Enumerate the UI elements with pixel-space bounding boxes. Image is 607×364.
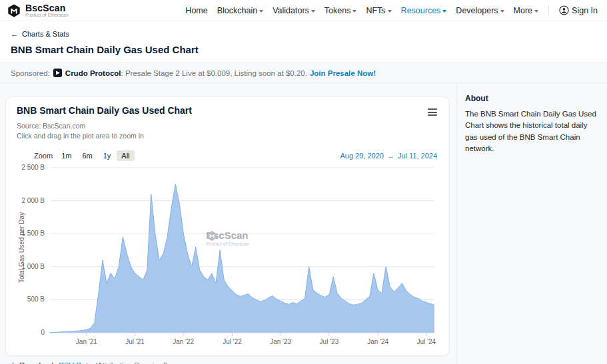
breadcrumb-back[interactable]: ← Charts & Stats	[11, 30, 69, 38]
sponsored-label: Sponsored:	[11, 69, 50, 77]
nav-home[interactable]: Home	[185, 6, 207, 15]
sponsored-cta-link[interactable]: Join Presale Now!	[310, 69, 376, 77]
x-tick-label: Jan '24	[367, 338, 388, 345]
x-tick-label: Jul '21	[125, 338, 145, 345]
y-tick-label: 1 000 B	[22, 263, 45, 270]
about-title: About	[465, 94, 596, 103]
sponsored-advertiser-link[interactable]: Crudo Protocol	[65, 69, 121, 77]
back-arrow-icon: ←	[11, 30, 19, 38]
gas-used-area-series	[50, 184, 434, 333]
download-label: Download:	[19, 361, 55, 364]
about-panel: About The BNB Smart Chain Daily Gas Used…	[456, 83, 607, 364]
chart-source: Source: BscScan.com	[17, 121, 438, 131]
chevron-down-icon	[388, 10, 392, 13]
x-tick-label: Jul '22	[223, 338, 242, 345]
chart-context-menu-button[interactable]	[426, 105, 438, 119]
y-tick-label: 500 B	[27, 296, 45, 303]
x-tick-label: Jan '23	[270, 338, 291, 345]
top-navbar: BscScan Product of Etherscan Home Blockc…	[0, 0, 607, 21]
zoom-1y-button[interactable]: 1y	[99, 150, 116, 161]
chart-hint: Click and drag in the plot area to zoom …	[17, 131, 438, 141]
zoom-label: Zoom	[34, 152, 53, 160]
menu-icon	[428, 108, 437, 110]
about-text: The BNB Smart Chain Daily Gas Used Chart…	[465, 108, 596, 154]
download-row: Download: CSV Data (Attribution Required…	[9, 361, 450, 364]
chevron-down-icon	[311, 10, 315, 13]
zoom-6m-button[interactable]: 6m	[77, 150, 97, 161]
breadcrumb-label: Charts & Stats	[22, 30, 69, 38]
chart-controls: Zoom 1m 6m 1y All Aug 29, 2020 → Jul 11,…	[34, 150, 437, 161]
nav-blockchain[interactable]: Blockchain	[217, 6, 263, 15]
zoom-all-button[interactable]: All	[117, 150, 134, 161]
chevron-down-icon	[500, 10, 504, 13]
zoom-1m-button[interactable]: 1m	[57, 150, 76, 161]
bscscan-logo-icon	[7, 3, 21, 18]
y-tick-label: 1 500 B	[22, 230, 45, 238]
range-end-date[interactable]: Jul 11, 2024	[398, 152, 437, 160]
sponsored-bar: Sponsored: Crudo Protocol: Presale Stage…	[0, 63, 607, 83]
y-tick-label: 0	[41, 329, 45, 336]
brand-tagline: Product of Etherscan	[25, 13, 69, 18]
nav-nfts[interactable]: NFTs	[366, 6, 391, 15]
chart-card: BNB Smart Chain Daily Gas Used Chart Sou…	[5, 96, 450, 356]
nav-tokens[interactable]: Tokens	[324, 6, 357, 15]
nav-validators[interactable]: Validators	[273, 6, 315, 15]
csv-download-link[interactable]: CSV Data	[58, 361, 92, 364]
range-start-date[interactable]: Aug 29, 2020	[340, 152, 383, 160]
page-title: BNB Smart Chain Daily Gas Used Chart	[11, 44, 596, 55]
chevron-down-icon	[534, 10, 538, 13]
x-tick-label: Jan '21	[76, 338, 97, 345]
nav-resources[interactable]: Resources	[401, 6, 447, 15]
y-tick-label: 2 500 B	[22, 164, 45, 171]
sponsored-text: : Presale Stage 2 Live at $0.009, Listin…	[121, 69, 307, 77]
main-nav: Home Blockchain Validators Tokens NFTs R…	[185, 5, 598, 15]
user-icon	[559, 5, 569, 15]
nav-divider	[548, 5, 549, 15]
x-tick-label: Jul '23	[320, 338, 339, 345]
download-suffix: (Attribution Required)	[95, 361, 167, 364]
y-tick-label: 2 000 B	[22, 197, 45, 204]
x-tick-label: Jul '24	[417, 338, 436, 345]
chevron-down-icon	[352, 10, 356, 13]
chevron-down-icon	[259, 10, 263, 13]
date-range: Aug 29, 2020 → Jul 11, 2024	[340, 152, 437, 160]
sign-in-button[interactable]: Sign In	[559, 5, 598, 15]
plot-area[interactable]: 0500 B1 000 B1 500 B2 000 B2 500 BJan '2…	[17, 162, 438, 350]
crudo-protocol-icon	[53, 69, 62, 77]
nav-developers[interactable]: Developers	[456, 6, 504, 15]
brand-name: BscScan	[25, 3, 69, 13]
chart-title: BNB Smart Chain Daily Gas Used Chart	[17, 105, 192, 116]
x-tick-label: Jan '22	[173, 338, 194, 345]
main-content: BNB Smart Chain Daily Gas Used Chart Sou…	[0, 83, 607, 364]
page-header: ← Charts & Stats BNB Smart Chain Daily G…	[0, 21, 607, 63]
bscscan-logo[interactable]: BscScan Product of Etherscan	[7, 3, 69, 18]
gas-used-chart-svg[interactable]: 0500 B1 000 B1 500 B2 000 B2 500 BJan '2…	[17, 162, 438, 350]
nav-more[interactable]: More	[514, 6, 538, 15]
date-range-arrow-icon: →	[387, 152, 394, 160]
chevron-down-icon	[442, 10, 446, 13]
